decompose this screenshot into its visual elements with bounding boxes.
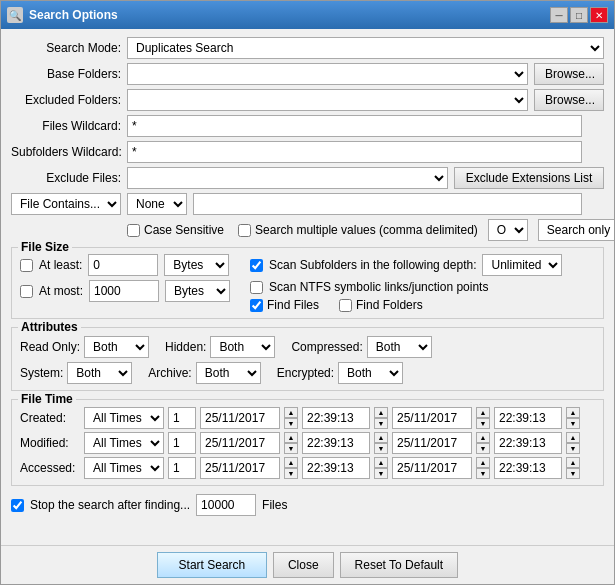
at-least-input[interactable] xyxy=(88,254,158,276)
none-select[interactable]: None xyxy=(127,193,187,215)
modified-date1-spin[interactable]: ▲▼ xyxy=(284,432,298,454)
created-date2-spin[interactable]: ▲▼ xyxy=(476,407,490,429)
accessed-time-select[interactable]: All Times xyxy=(84,457,164,479)
created-time2-input[interactable] xyxy=(494,407,562,429)
find-row: Find Files Find Folders xyxy=(250,298,595,312)
modified-time-select[interactable]: All Times xyxy=(84,432,164,454)
reset-button[interactable]: Reset To Default xyxy=(340,552,459,578)
at-most-input[interactable] xyxy=(89,280,159,302)
search-multiple-checkbox[interactable] xyxy=(238,224,251,237)
find-files-label: Find Files xyxy=(267,298,319,312)
modified-time2-input[interactable] xyxy=(494,432,562,454)
at-least-checkbox[interactable] xyxy=(20,259,33,272)
find-folders-checkbox[interactable] xyxy=(339,299,352,312)
modified-time2-spin[interactable]: ▲▼ xyxy=(566,432,580,454)
created-row: Created: All Times ▲▼ ▲▼ ▲▼ ▲▼ xyxy=(20,407,595,429)
window-icon: 🔍 xyxy=(7,7,23,23)
exclude-extensions-button[interactable]: Exclude Extensions List xyxy=(454,167,604,189)
created-time1-input[interactable] xyxy=(302,407,370,429)
created-date1-spin[interactable]: ▲▼ xyxy=(284,407,298,429)
accessed-time2-spin[interactable]: ▲▼ xyxy=(566,457,580,479)
excluded-folders-row: Excluded Folders: Browse... xyxy=(11,89,604,111)
archive-select[interactable]: Both xyxy=(196,362,261,384)
base-folders-select[interactable] xyxy=(127,63,528,85)
scan-ntfs-label: Scan NTFS symbolic links/junction points xyxy=(269,280,488,294)
accessed-time1-input[interactable] xyxy=(302,457,370,479)
at-least-row: At least: Bytes xyxy=(20,254,230,276)
title-buttons: ─ □ ✕ xyxy=(550,7,608,23)
find-files-checkbox[interactable] xyxy=(250,299,263,312)
depth-select[interactable]: Unlimited xyxy=(482,254,562,276)
compressed-label: Compressed: xyxy=(291,340,362,354)
excluded-folders-label: Excluded Folders: xyxy=(11,93,121,107)
or-select[interactable]: Or xyxy=(488,219,528,241)
modified-row: Modified: All Times ▲▼ ▲▼ ▲▼ ▲▼ xyxy=(20,432,595,454)
search-mode-row: Search Mode: Duplicates Search xyxy=(11,37,604,59)
read-only-label: Read Only: xyxy=(20,340,80,354)
close-button[interactable]: Close xyxy=(273,552,334,578)
encrypted-select[interactable]: Both xyxy=(338,362,403,384)
modified-time1-input[interactable] xyxy=(302,432,370,454)
accessed-row: Accessed: All Times ▲▼ ▲▼ ▲▼ ▲▼ xyxy=(20,457,595,479)
start-search-button[interactable]: Start Search xyxy=(157,552,267,578)
exclude-files-select[interactable] xyxy=(127,167,448,189)
archive-label: Archive: xyxy=(148,366,191,380)
scan-subfolders-checkbox[interactable] xyxy=(250,259,263,272)
accessed-date1-input[interactable] xyxy=(200,457,280,479)
at-least-label: At least: xyxy=(39,258,82,272)
hidden-label: Hidden: xyxy=(165,340,206,354)
at-most-unit-select[interactable]: Bytes xyxy=(165,280,230,302)
accessed-date2-spin[interactable]: ▲▼ xyxy=(476,457,490,479)
content-area: Search Mode: Duplicates Search Base Fold… xyxy=(1,29,614,545)
hidden-select[interactable]: Both xyxy=(210,336,275,358)
stop-search-checkbox[interactable] xyxy=(11,499,24,512)
created-time1-spin[interactable]: ▲▼ xyxy=(374,407,388,429)
created-num-input[interactable] xyxy=(168,407,196,429)
modified-num-input[interactable] xyxy=(168,432,196,454)
close-window-button[interactable]: ✕ xyxy=(590,7,608,23)
subfolders-wildcard-input[interactable]: * xyxy=(127,141,582,163)
created-time2-spin[interactable]: ▲▼ xyxy=(566,407,580,429)
file-contains-select[interactable]: File Contains... xyxy=(11,193,121,215)
modified-date2-input[interactable] xyxy=(392,432,472,454)
system-select[interactable]: Both xyxy=(67,362,132,384)
subfolders-wildcard-row: Subfolders Wildcard: * xyxy=(11,141,604,163)
file-time-title: File Time xyxy=(18,392,76,406)
modified-time1-spin[interactable]: ▲▼ xyxy=(374,432,388,454)
base-folders-browse-button[interactable]: Browse... xyxy=(534,63,604,85)
excluded-folders-browse-button[interactable]: Browse... xyxy=(534,89,604,111)
created-date1-input[interactable] xyxy=(200,407,280,429)
accessed-num-input[interactable] xyxy=(168,457,196,479)
stop-count-input[interactable] xyxy=(196,494,256,516)
accessed-time2-input[interactable] xyxy=(494,457,562,479)
case-sensitive-row: Case Sensitive Search multiple values (c… xyxy=(11,219,604,241)
find-folders-label: Find Folders xyxy=(356,298,423,312)
file-contains-input[interactable] xyxy=(193,193,582,215)
created-label: Created: xyxy=(20,411,80,425)
search-mode-select[interactable]: Duplicates Search xyxy=(127,37,604,59)
title-bar: 🔍 Search Options ─ □ ✕ xyxy=(1,1,614,29)
created-date2-input[interactable] xyxy=(392,407,472,429)
maximize-button[interactable]: □ xyxy=(570,7,588,23)
encrypted-label: Encrypted: xyxy=(277,366,334,380)
file-contains-row: File Contains... None xyxy=(11,193,604,215)
search-options-window: 🔍 Search Options ─ □ ✕ Search Mode: Dupl… xyxy=(0,0,615,585)
accessed-date2-input[interactable] xyxy=(392,457,472,479)
stop-search-label: Stop the search after finding... xyxy=(30,498,190,512)
minimize-button[interactable]: ─ xyxy=(550,7,568,23)
search-only-select[interactable]: Search only in major stre... xyxy=(538,219,614,241)
modified-date2-spin[interactable]: ▲▼ xyxy=(476,432,490,454)
file-size-title: File Size xyxy=(18,240,72,254)
created-time-select[interactable]: All Times xyxy=(84,407,164,429)
files-wildcard-input[interactable]: * xyxy=(127,115,582,137)
scan-ntfs-checkbox[interactable] xyxy=(250,281,263,294)
read-only-select[interactable]: Both xyxy=(84,336,149,358)
modified-date1-input[interactable] xyxy=(200,432,280,454)
compressed-select[interactable]: Both xyxy=(367,336,432,358)
accessed-time1-spin[interactable]: ▲▼ xyxy=(374,457,388,479)
excluded-folders-select[interactable] xyxy=(127,89,528,111)
at-most-checkbox[interactable] xyxy=(20,285,33,298)
at-least-unit-select[interactable]: Bytes xyxy=(164,254,229,276)
case-sensitive-checkbox[interactable] xyxy=(127,224,140,237)
accessed-date1-spin[interactable]: ▲▼ xyxy=(284,457,298,479)
